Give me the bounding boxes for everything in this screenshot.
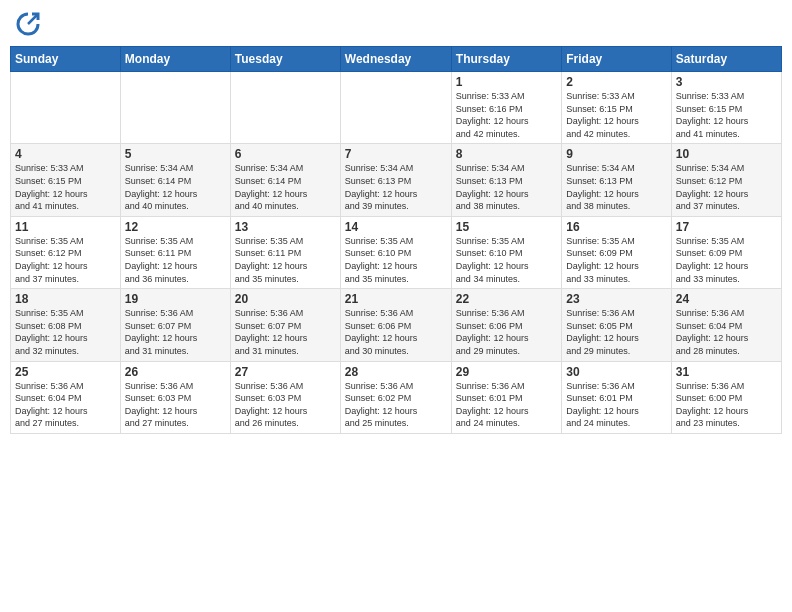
day-info: Sunrise: 5:36 AM Sunset: 6:02 PM Dayligh…	[345, 380, 447, 430]
day-number: 29	[456, 365, 557, 379]
day-number: 30	[566, 365, 666, 379]
calendar-cell: 20Sunrise: 5:36 AM Sunset: 6:07 PM Dayli…	[230, 289, 340, 361]
calendar-cell: 25Sunrise: 5:36 AM Sunset: 6:04 PM Dayli…	[11, 361, 121, 433]
calendar-week-row: 18Sunrise: 5:35 AM Sunset: 6:08 PM Dayli…	[11, 289, 782, 361]
calendar-cell: 14Sunrise: 5:35 AM Sunset: 6:10 PM Dayli…	[340, 216, 451, 288]
day-number: 25	[15, 365, 116, 379]
calendar-cell: 27Sunrise: 5:36 AM Sunset: 6:03 PM Dayli…	[230, 361, 340, 433]
day-info: Sunrise: 5:33 AM Sunset: 6:16 PM Dayligh…	[456, 90, 557, 140]
day-info: Sunrise: 5:34 AM Sunset: 6:14 PM Dayligh…	[125, 162, 226, 212]
day-info: Sunrise: 5:33 AM Sunset: 6:15 PM Dayligh…	[566, 90, 666, 140]
weekday-header-friday: Friday	[562, 47, 671, 72]
weekday-header-wednesday: Wednesday	[340, 47, 451, 72]
calendar-cell	[120, 72, 230, 144]
calendar-cell: 22Sunrise: 5:36 AM Sunset: 6:06 PM Dayli…	[451, 289, 561, 361]
calendar-cell: 18Sunrise: 5:35 AM Sunset: 6:08 PM Dayli…	[11, 289, 121, 361]
day-number: 24	[676, 292, 777, 306]
day-info: Sunrise: 5:35 AM Sunset: 6:09 PM Dayligh…	[566, 235, 666, 285]
day-number: 2	[566, 75, 666, 89]
calendar-cell: 17Sunrise: 5:35 AM Sunset: 6:09 PM Dayli…	[671, 216, 781, 288]
day-number: 10	[676, 147, 777, 161]
day-info: Sunrise: 5:36 AM Sunset: 6:00 PM Dayligh…	[676, 380, 777, 430]
logo-icon	[14, 10, 42, 38]
day-number: 18	[15, 292, 116, 306]
day-info: Sunrise: 5:36 AM Sunset: 6:05 PM Dayligh…	[566, 307, 666, 357]
weekday-header-sunday: Sunday	[11, 47, 121, 72]
day-info: Sunrise: 5:36 AM Sunset: 6:06 PM Dayligh…	[456, 307, 557, 357]
day-info: Sunrise: 5:35 AM Sunset: 6:11 PM Dayligh…	[235, 235, 336, 285]
calendar-cell: 29Sunrise: 5:36 AM Sunset: 6:01 PM Dayli…	[451, 361, 561, 433]
calendar-cell: 31Sunrise: 5:36 AM Sunset: 6:00 PM Dayli…	[671, 361, 781, 433]
calendar-cell: 16Sunrise: 5:35 AM Sunset: 6:09 PM Dayli…	[562, 216, 671, 288]
day-info: Sunrise: 5:36 AM Sunset: 6:07 PM Dayligh…	[125, 307, 226, 357]
calendar-cell: 8Sunrise: 5:34 AM Sunset: 6:13 PM Daylig…	[451, 144, 561, 216]
day-info: Sunrise: 5:34 AM Sunset: 6:12 PM Dayligh…	[676, 162, 777, 212]
weekday-header-saturday: Saturday	[671, 47, 781, 72]
day-info: Sunrise: 5:35 AM Sunset: 6:09 PM Dayligh…	[676, 235, 777, 285]
calendar-week-row: 1Sunrise: 5:33 AM Sunset: 6:16 PM Daylig…	[11, 72, 782, 144]
calendar-cell: 12Sunrise: 5:35 AM Sunset: 6:11 PM Dayli…	[120, 216, 230, 288]
calendar-cell	[230, 72, 340, 144]
day-info: Sunrise: 5:36 AM Sunset: 6:04 PM Dayligh…	[15, 380, 116, 430]
day-number: 12	[125, 220, 226, 234]
calendar-cell: 5Sunrise: 5:34 AM Sunset: 6:14 PM Daylig…	[120, 144, 230, 216]
day-number: 3	[676, 75, 777, 89]
calendar-cell: 4Sunrise: 5:33 AM Sunset: 6:15 PM Daylig…	[11, 144, 121, 216]
day-number: 15	[456, 220, 557, 234]
weekday-header-thursday: Thursday	[451, 47, 561, 72]
day-number: 31	[676, 365, 777, 379]
calendar-cell: 15Sunrise: 5:35 AM Sunset: 6:10 PM Dayli…	[451, 216, 561, 288]
calendar-cell: 24Sunrise: 5:36 AM Sunset: 6:04 PM Dayli…	[671, 289, 781, 361]
day-info: Sunrise: 5:36 AM Sunset: 6:01 PM Dayligh…	[456, 380, 557, 430]
logo	[14, 10, 46, 38]
calendar-cell: 9Sunrise: 5:34 AM Sunset: 6:13 PM Daylig…	[562, 144, 671, 216]
day-number: 7	[345, 147, 447, 161]
day-number: 8	[456, 147, 557, 161]
day-info: Sunrise: 5:33 AM Sunset: 6:15 PM Dayligh…	[676, 90, 777, 140]
day-number: 26	[125, 365, 226, 379]
calendar-week-row: 11Sunrise: 5:35 AM Sunset: 6:12 PM Dayli…	[11, 216, 782, 288]
calendar-week-row: 25Sunrise: 5:36 AM Sunset: 6:04 PM Dayli…	[11, 361, 782, 433]
calendar-cell: 1Sunrise: 5:33 AM Sunset: 6:16 PM Daylig…	[451, 72, 561, 144]
calendar-cell: 11Sunrise: 5:35 AM Sunset: 6:12 PM Dayli…	[11, 216, 121, 288]
day-info: Sunrise: 5:36 AM Sunset: 6:07 PM Dayligh…	[235, 307, 336, 357]
day-info: Sunrise: 5:36 AM Sunset: 6:03 PM Dayligh…	[125, 380, 226, 430]
calendar-cell	[11, 72, 121, 144]
day-info: Sunrise: 5:36 AM Sunset: 6:01 PM Dayligh…	[566, 380, 666, 430]
day-info: Sunrise: 5:35 AM Sunset: 6:10 PM Dayligh…	[456, 235, 557, 285]
calendar-cell: 19Sunrise: 5:36 AM Sunset: 6:07 PM Dayli…	[120, 289, 230, 361]
day-number: 23	[566, 292, 666, 306]
day-number: 27	[235, 365, 336, 379]
calendar-cell: 26Sunrise: 5:36 AM Sunset: 6:03 PM Dayli…	[120, 361, 230, 433]
day-number: 17	[676, 220, 777, 234]
calendar-cell: 7Sunrise: 5:34 AM Sunset: 6:13 PM Daylig…	[340, 144, 451, 216]
day-info: Sunrise: 5:34 AM Sunset: 6:13 PM Dayligh…	[345, 162, 447, 212]
weekday-header-row: SundayMondayTuesdayWednesdayThursdayFrid…	[11, 47, 782, 72]
day-info: Sunrise: 5:35 AM Sunset: 6:11 PM Dayligh…	[125, 235, 226, 285]
calendar-week-row: 4Sunrise: 5:33 AM Sunset: 6:15 PM Daylig…	[11, 144, 782, 216]
day-number: 14	[345, 220, 447, 234]
day-number: 19	[125, 292, 226, 306]
weekday-header-monday: Monday	[120, 47, 230, 72]
weekday-header-tuesday: Tuesday	[230, 47, 340, 72]
day-number: 13	[235, 220, 336, 234]
day-info: Sunrise: 5:36 AM Sunset: 6:06 PM Dayligh…	[345, 307, 447, 357]
day-number: 21	[345, 292, 447, 306]
page-header	[10, 10, 782, 38]
day-number: 9	[566, 147, 666, 161]
calendar-cell: 28Sunrise: 5:36 AM Sunset: 6:02 PM Dayli…	[340, 361, 451, 433]
day-number: 22	[456, 292, 557, 306]
day-number: 1	[456, 75, 557, 89]
calendar-cell: 30Sunrise: 5:36 AM Sunset: 6:01 PM Dayli…	[562, 361, 671, 433]
day-number: 5	[125, 147, 226, 161]
day-info: Sunrise: 5:34 AM Sunset: 6:13 PM Dayligh…	[456, 162, 557, 212]
day-info: Sunrise: 5:34 AM Sunset: 6:13 PM Dayligh…	[566, 162, 666, 212]
day-number: 11	[15, 220, 116, 234]
day-number: 20	[235, 292, 336, 306]
day-info: Sunrise: 5:35 AM Sunset: 6:12 PM Dayligh…	[15, 235, 116, 285]
day-info: Sunrise: 5:35 AM Sunset: 6:10 PM Dayligh…	[345, 235, 447, 285]
day-number: 4	[15, 147, 116, 161]
day-info: Sunrise: 5:35 AM Sunset: 6:08 PM Dayligh…	[15, 307, 116, 357]
calendar-cell: 23Sunrise: 5:36 AM Sunset: 6:05 PM Dayli…	[562, 289, 671, 361]
calendar-cell: 2Sunrise: 5:33 AM Sunset: 6:15 PM Daylig…	[562, 72, 671, 144]
